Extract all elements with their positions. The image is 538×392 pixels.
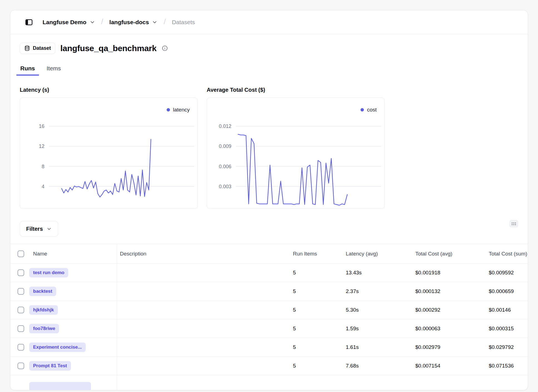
chevron-down-icon — [90, 19, 95, 25]
column-header-latency-avg: Latency (avg) — [345, 244, 415, 263]
project-name: langfuse-docs — [109, 19, 149, 26]
table-row[interactable]: Experiment concise... 5 1.61s $0.002979 … — [10, 338, 528, 357]
table-row[interactable]: backtest 5 2.37s $0.000132 $0.000659 — [10, 282, 528, 301]
breadcrumb: Langfuse Demo / langfuse-docs / Datasets — [43, 18, 195, 26]
svg-text:0.003: 0.003 — [219, 184, 231, 189]
latency-line-plot: 481216 — [20, 98, 198, 209]
cell-run-items: 5 — [292, 319, 345, 338]
cell-total-cost-avg: $0.000132 — [415, 282, 488, 301]
column-header-run-items: Run Items — [292, 244, 345, 263]
filters-button[interactable]: Filters — [20, 221, 58, 237]
tab-runs[interactable]: Runs — [16, 65, 39, 76]
run-name-badge[interactable]: foo78riwe — [29, 324, 59, 333]
cell-latency-avg: 13.43s — [345, 264, 415, 282]
cell-run-items: 5 — [292, 282, 345, 301]
cell-latency-avg: 7.68s — [345, 357, 415, 375]
tab-items[interactable]: Items — [43, 65, 65, 76]
table-row-partial — [10, 375, 528, 390]
cell-description — [117, 264, 292, 282]
database-icon — [24, 45, 30, 51]
cell-run-items: 5 — [292, 264, 345, 282]
cell-description — [117, 357, 292, 375]
grip-dots-icon — [511, 222, 517, 226]
cell-run-items: 5 — [292, 338, 345, 356]
run-name-badge[interactable]: Prompt 81 Test — [29, 361, 71, 371]
cell-total-cost-avg: $0.000063 — [415, 319, 488, 338]
cost-chart-block: Average Total Cost ($) cost 0.0030.0060.… — [207, 87, 385, 209]
breadcrumb-separator: / — [101, 18, 103, 26]
row-checkbox[interactable] — [18, 363, 24, 369]
svg-text:4: 4 — [42, 184, 45, 189]
run-name-badge[interactable] — [29, 382, 91, 390]
svg-text:16: 16 — [39, 123, 45, 129]
cell-total-cost-avg: $0.007154 — [415, 357, 488, 375]
cost-chart-title: Average Total Cost ($) — [207, 87, 385, 93]
svg-text:0.006: 0.006 — [219, 164, 231, 169]
column-header-description: Description — [117, 244, 292, 263]
latency-chart: latency 481216 — [20, 98, 198, 209]
cell-latency-avg: 5.30s — [345, 301, 415, 319]
cell-run-items: 5 — [292, 357, 345, 375]
table-body: test run demo 5 13.43s $0.001918 $0.0095… — [10, 264, 528, 375]
cell-description — [117, 301, 292, 319]
runs-table: Name Description Run Items Latency (avg)… — [10, 244, 528, 390]
cell-total-cost-avg: $0.002979 — [415, 338, 488, 356]
table-header-row: Name Description Run Items Latency (avg)… — [10, 244, 528, 264]
cell-total-cost-avg: $0.000292 — [415, 301, 488, 319]
main-card: Langfuse Demo / langfuse-docs / Datasets… — [10, 10, 528, 390]
row-checkbox[interactable] — [18, 325, 24, 332]
breadcrumb-separator: / — [164, 18, 166, 26]
page-content: Dataset langfuse_qa_benchmark Runs Items… — [10, 43, 528, 237]
sidebar-toggle-button[interactable] — [24, 17, 34, 28]
filters-label: Filters — [26, 226, 43, 232]
table-row[interactable]: Prompt 81 Test 5 7.68s $0.007154 $0.0715… — [10, 357, 528, 375]
cell-latency-avg: 1.61s — [345, 338, 415, 356]
cell-total-cost-sum: $0.000315 — [488, 319, 528, 338]
breadcrumb-org[interactable]: Langfuse Demo — [43, 19, 95, 26]
dataset-badge-label: Dataset — [33, 45, 51, 51]
cell-total-cost-sum: $0.000659 — [488, 282, 528, 301]
row-checkbox[interactable] — [18, 344, 24, 351]
run-name-badge[interactable]: Experiment concise... — [29, 343, 86, 352]
svg-text:8: 8 — [42, 164, 45, 169]
cell-total-cost-sum: $0.071536 — [488, 357, 528, 375]
chevron-down-icon — [152, 19, 157, 25]
cost-line-plot: 0.0030.0060.0090.012 — [207, 98, 384, 209]
cell-total-cost-sum: $0.009592 — [488, 264, 528, 282]
latency-chart-title: Latency (s) — [20, 87, 198, 93]
column-header-total-cost-sum: Total Cost (sum) — [488, 244, 528, 263]
org-name: Langfuse Demo — [43, 19, 87, 26]
table-row[interactable]: test run demo 5 13.43s $0.001918 $0.0095… — [10, 264, 528, 282]
cost-chart: cost 0.0030.0060.0090.012 — [207, 98, 385, 209]
run-name-badge[interactable]: backtest — [29, 287, 56, 296]
page-title: langfuse_qa_benchmark — [60, 44, 157, 53]
row-checkbox[interactable] — [18, 269, 24, 276]
drag-handle[interactable] — [509, 220, 518, 227]
column-header-name: Name — [28, 244, 117, 263]
cell-description — [117, 338, 292, 356]
run-name-badge[interactable]: hjkfdshjk — [29, 305, 58, 315]
table-toolbar: Filters — [20, 221, 518, 237]
row-checkbox[interactable] — [18, 307, 24, 313]
row-checkbox[interactable] — [18, 288, 24, 295]
breadcrumb-section[interactable]: Datasets — [172, 19, 195, 26]
svg-text:12: 12 — [39, 143, 45, 149]
cell-description — [117, 319, 292, 338]
cell-total-cost-sum: $0.029792 — [488, 338, 528, 356]
info-icon[interactable] — [162, 45, 168, 51]
svg-text:0.009: 0.009 — [219, 143, 231, 149]
topbar: Langfuse Demo / langfuse-docs / Datasets — [10, 10, 528, 34]
chevron-down-icon — [46, 226, 52, 232]
select-all-checkbox[interactable] — [18, 250, 24, 257]
cell-latency-avg: 1.59s — [345, 319, 415, 338]
dataset-type-badge: Dataset — [20, 43, 55, 54]
breadcrumb-project[interactable]: langfuse-docs — [109, 19, 157, 26]
table-row[interactable]: hjkfdshjk 5 5.30s $0.000292 $0.00146 — [10, 301, 528, 319]
cell-latency-avg: 2.37s — [345, 282, 415, 301]
table-row[interactable]: foo78riwe 5 1.59s $0.000063 $0.000315 — [10, 319, 528, 338]
charts-section: Latency (s) latency 481216 Average Total… — [20, 87, 518, 209]
run-name-badge[interactable]: test run demo — [29, 268, 68, 277]
dataset-header: Dataset langfuse_qa_benchmark — [20, 43, 518, 54]
cell-total-cost-avg: $0.001918 — [415, 264, 488, 282]
column-header-total-cost-avg: Total Cost (avg) — [415, 244, 488, 263]
